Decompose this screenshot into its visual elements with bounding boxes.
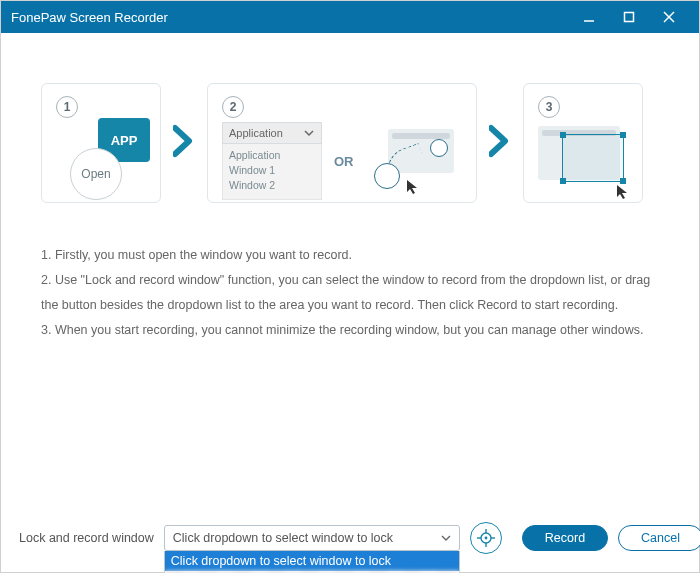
- app-window: FonePaw Screen Recorder 1 APP Open 2: [0, 0, 700, 573]
- close-icon: [663, 11, 675, 23]
- instruction-line: 1. Firstly, you must open the window you…: [41, 243, 659, 268]
- content-area: 1 APP Open 2 Application Applicatio: [1, 33, 699, 343]
- selection-box: [562, 134, 624, 182]
- svg-rect-1: [625, 13, 634, 22]
- step-2-number: 2: [222, 96, 244, 118]
- window-title: FonePaw Screen Recorder: [11, 10, 168, 25]
- window-select-field[interactable]: Click dropdown to select window to lock: [164, 525, 460, 551]
- window-select-option[interactable]: Click dropdown to select window to lock: [165, 551, 459, 571]
- drag-target-button[interactable]: [470, 522, 502, 554]
- dd-head-label: Application: [229, 127, 283, 139]
- dd-item: Window 1: [229, 163, 315, 178]
- steps-row: 1 APP Open 2 Application Applicatio: [41, 83, 659, 203]
- instruction-line: 2. Use "Lock and record window" function…: [41, 268, 659, 318]
- lock-window-label: Lock and record window: [19, 531, 154, 545]
- close-button[interactable]: [649, 1, 689, 33]
- titlebar: FonePaw Screen Recorder: [1, 1, 699, 33]
- chevron-down-icon: [303, 127, 315, 139]
- window-select[interactable]: Click dropdown to select window to lock …: [164, 525, 460, 551]
- chevron-down-icon: [439, 531, 453, 545]
- svg-point-9: [484, 537, 487, 540]
- cancel-button[interactable]: Cancel: [618, 525, 700, 551]
- dd-item: Window 2: [229, 178, 315, 193]
- minimize-icon: [582, 10, 596, 24]
- step-3-card: 3: [523, 83, 643, 203]
- crosshair-icon: [374, 163, 400, 189]
- target-illustration: [366, 129, 454, 193]
- cursor-icon: [616, 184, 632, 200]
- step-2-card: 2 Application Application Window 1 Windo…: [207, 83, 477, 203]
- instructions: 1. Firstly, you must open the window you…: [41, 243, 659, 343]
- minimize-button[interactable]: [569, 1, 609, 33]
- step-3-number: 3: [538, 96, 560, 118]
- dropdown-illustration: Application Application Window 1 Window …: [222, 122, 322, 200]
- maximize-icon: [623, 11, 635, 23]
- dd-item: Application: [229, 148, 315, 163]
- record-button[interactable]: Record: [522, 525, 608, 551]
- arrow-icon: [171, 124, 197, 162]
- open-circle: Open: [70, 148, 122, 200]
- maximize-button[interactable]: [609, 1, 649, 33]
- step-1-number: 1: [56, 96, 78, 118]
- cursor-icon: [406, 179, 422, 195]
- instruction-line: 3. When you start recording, you cannot …: [41, 318, 659, 343]
- window-select-value: Click dropdown to select window to lock: [173, 531, 393, 545]
- or-label: OR: [334, 154, 354, 169]
- bottom-bar: Lock and record window Click dropdown to…: [1, 508, 699, 572]
- crosshair-icon: [430, 139, 448, 157]
- window-select-dropdown[interactable]: Click dropdown to select window to lock: [164, 551, 460, 573]
- arrow-icon: [487, 124, 513, 162]
- step-1-card: 1 APP Open: [41, 83, 161, 203]
- crosshair-icon: [476, 528, 496, 548]
